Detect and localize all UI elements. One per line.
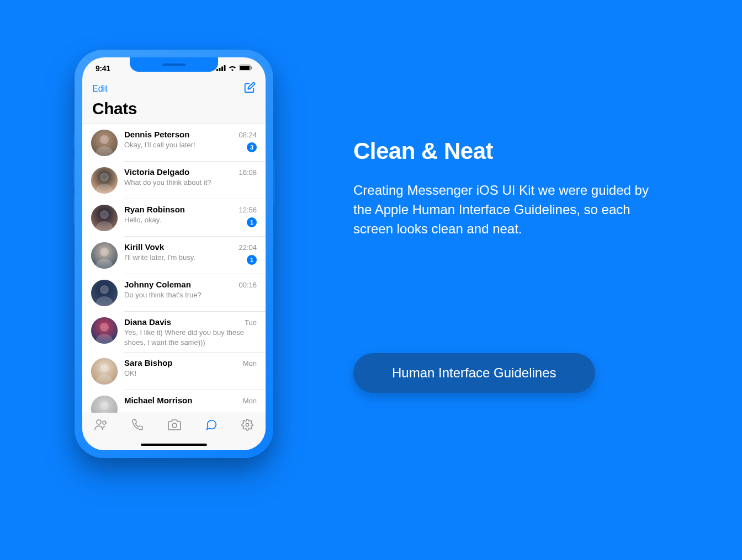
chat-time: Tue <box>245 318 257 327</box>
svg-point-31 <box>97 420 101 424</box>
tab-bar <box>82 413 266 450</box>
phone-frame: 9:41 Edit <box>75 50 273 458</box>
home-indicator <box>141 444 207 446</box>
svg-point-32 <box>103 421 106 424</box>
page-title: Chats <box>92 99 256 118</box>
svg-point-20 <box>100 285 109 294</box>
chat-time: 12:56 <box>239 206 257 214</box>
svg-rect-2 <box>221 67 223 72</box>
chat-name: Kirill Vovk <box>124 242 164 252</box>
chat-body: Diana DavisTueYes, I like it) Where did … <box>124 317 257 347</box>
marketing-body: Creating Messenger iOS UI Kit we were gu… <box>353 181 662 238</box>
chat-row[interactable]: Kirill Vovk22:04I'll write later, I'm bu… <box>82 237 266 274</box>
svg-point-34 <box>246 423 249 426</box>
chat-row[interactable]: Johnny Coleman00:16Do you think that's t… <box>82 274 266 312</box>
chat-name: Johnny Coleman <box>124 280 191 289</box>
chats-tab[interactable] <box>205 419 218 433</box>
chat-preview: OK! <box>124 369 257 378</box>
avatar <box>91 167 118 194</box>
edit-button[interactable]: Edit <box>92 84 108 94</box>
status-icons <box>216 64 252 73</box>
chat-row[interactable]: Victoria Delgado16:08What do you think a… <box>82 162 266 199</box>
chat-name: Sara Bishop <box>124 358 173 367</box>
chat-time: 16:08 <box>239 168 257 177</box>
chat-row[interactable]: Michael MorrisonMon <box>82 390 266 413</box>
chat-time: 22:04 <box>239 243 257 252</box>
chat-time: Mon <box>243 397 257 405</box>
hig-cta-button[interactable]: Human Interface Guidelines <box>353 353 595 393</box>
svg-point-26 <box>100 364 109 372</box>
signal-icon <box>216 64 226 73</box>
chat-preview: Hello, okay. <box>124 215 242 225</box>
svg-rect-6 <box>251 67 252 70</box>
chat-name: Dennis Peterson <box>124 130 189 139</box>
title-row: Chats <box>82 99 266 124</box>
chat-name: Victoria Delgado <box>124 167 189 177</box>
nav-header: Edit <box>82 79 266 99</box>
chat-preview: Yes, I like it) Where did you buy these … <box>124 328 257 347</box>
chat-time: 08:24 <box>239 131 257 139</box>
chat-row[interactable]: Diana DavisTueYes, I like it) Where did … <box>82 312 266 353</box>
marketing-section: Clean & Neat Creating Messenger iOS UI K… <box>353 138 662 238</box>
unread-badge: 1 <box>247 255 257 265</box>
chat-body: Kirill Vovk22:04I'll write later, I'm bu… <box>124 242 257 269</box>
phone-screen: 9:41 Edit <box>82 57 266 450</box>
svg-point-8 <box>100 135 109 144</box>
phone-side-button <box>73 193 75 223</box>
battery-icon <box>239 64 252 73</box>
chat-row[interactable]: Ryan Robinson12:56Hello, okay.1 <box>82 199 266 237</box>
avatar <box>91 317 118 344</box>
avatar <box>91 396 118 413</box>
chat-body: Johnny Coleman00:16Do you think that's t… <box>124 280 257 306</box>
chat-time: 00:16 <box>239 281 257 289</box>
chat-body: Dennis Peterson08:24Okay, I'll call you … <box>124 130 257 156</box>
avatar <box>91 242 118 269</box>
svg-rect-0 <box>216 69 218 71</box>
chat-preview: Do you think that's true? <box>124 290 257 300</box>
avatar <box>91 130 118 156</box>
chat-list[interactable]: Dennis Peterson08:24Okay, I'll call you … <box>82 124 266 413</box>
chat-row[interactable]: Dennis Peterson08:24Okay, I'll call you … <box>82 124 266 162</box>
avatar <box>91 358 118 385</box>
chat-body: Sara BishopMonOK! <box>124 358 257 385</box>
svg-point-11 <box>100 173 109 182</box>
unread-badge: 1 <box>247 217 257 227</box>
svg-point-29 <box>100 401 109 410</box>
wifi-icon <box>228 64 237 73</box>
svg-point-23 <box>100 323 109 332</box>
svg-point-17 <box>100 248 109 257</box>
camera-tab[interactable] <box>167 419 182 433</box>
phone-notch <box>130 57 218 72</box>
chat-name: Ryan Robinson <box>124 205 185 214</box>
chat-body: Michael MorrisonMon <box>124 396 257 413</box>
unread-badge: 3 <box>247 142 257 152</box>
svg-rect-3 <box>224 65 226 71</box>
avatar <box>91 205 118 231</box>
chat-row[interactable]: Sara BishopMonOK! <box>82 353 266 390</box>
svg-rect-1 <box>219 68 221 71</box>
avatar <box>91 280 118 306</box>
phone-side-button <box>273 160 275 207</box>
phone-side-button <box>73 157 75 188</box>
chat-body: Ryan Robinson12:56Hello, okay.1 <box>124 205 257 231</box>
compose-icon[interactable] <box>243 82 256 96</box>
calls-tab[interactable] <box>131 419 144 433</box>
phone-side-button <box>73 132 75 150</box>
chat-name: Diana Davis <box>124 317 171 327</box>
svg-point-14 <box>100 210 109 219</box>
settings-tab[interactable] <box>241 419 254 433</box>
chat-name: Michael Morrison <box>124 396 192 405</box>
marketing-title: Clean & Neat <box>353 138 662 164</box>
svg-point-33 <box>172 423 177 428</box>
chat-body: Victoria Delgado16:08What do you think a… <box>124 167 257 194</box>
contacts-tab[interactable] <box>94 419 108 433</box>
chat-time: Mon <box>243 359 257 367</box>
phone-mockup: 9:41 Edit <box>75 50 273 458</box>
status-time: 9:41 <box>96 64 110 73</box>
chat-preview: What do you think about it? <box>124 178 257 188</box>
chat-preview: I'll write later, I'm busy. <box>124 253 242 263</box>
chat-preview: Okay, I'll call you later! <box>124 140 242 150</box>
svg-rect-5 <box>240 66 250 70</box>
